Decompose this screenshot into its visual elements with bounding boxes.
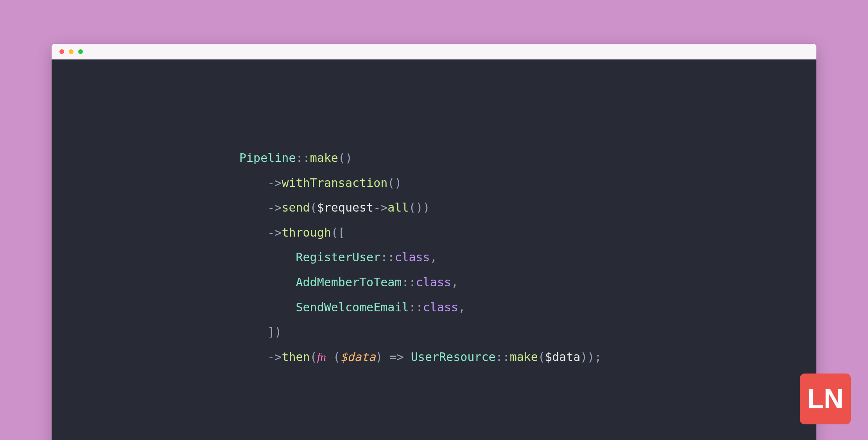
- code-token: ,: [458, 300, 465, 314]
- code-token: RegisterUser: [296, 250, 381, 264]
- code-token: (: [326, 350, 340, 364]
- code-token: =>: [390, 350, 404, 364]
- code-token: (: [538, 350, 545, 364]
- code-token: ->: [373, 201, 387, 214]
- brand-logo: LN: [800, 374, 851, 424]
- code-token: withTransaction: [282, 176, 387, 190]
- code-token: ::: [496, 350, 510, 364]
- code-token: Pipeline: [239, 151, 296, 165]
- code-token: [239, 176, 267, 190]
- code-token: [239, 201, 267, 214]
- window-titlebar: [52, 44, 816, 59]
- code-token: ->: [267, 226, 282, 239]
- code-token: ([: [331, 226, 345, 239]
- code-token: class: [416, 275, 451, 289]
- code-token: [239, 250, 296, 264]
- code-token: (: [310, 350, 317, 364]
- code-token: [239, 300, 296, 314]
- code-token: AddMemberToTeam: [296, 275, 402, 289]
- code-token: (): [338, 151, 352, 165]
- logo-text: LN: [807, 383, 843, 415]
- code-token: make: [510, 350, 538, 364]
- code-token: [239, 275, 296, 289]
- code-token: UserResource: [411, 350, 496, 364]
- code-token: ->: [267, 350, 282, 364]
- code-token: ,: [451, 275, 458, 289]
- code-token: [239, 325, 267, 339]
- code-token: ->: [267, 176, 282, 190]
- code-token: send: [282, 201, 310, 214]
- code-token: ->: [267, 201, 282, 214]
- code-token: ,: [430, 250, 437, 264]
- code-token: make: [310, 151, 338, 165]
- code-token: ): [375, 350, 389, 364]
- code-token: ::: [380, 250, 395, 264]
- code-token: [239, 350, 267, 364]
- code-token: (: [310, 201, 317, 214]
- code-token: fn: [317, 350, 326, 363]
- code-token: ::: [409, 300, 423, 314]
- close-icon[interactable]: [59, 49, 64, 54]
- code-token: [239, 226, 267, 239]
- code-token: ]): [267, 325, 282, 339]
- code-block: Pipeline::make() ->withTransaction() ->s…: [239, 145, 781, 369]
- code-window: Pipeline::make() ->withTransaction() ->s…: [52, 44, 816, 440]
- code-token: through: [282, 226, 331, 239]
- code-token: $data: [545, 350, 580, 364]
- code-token: then: [282, 350, 310, 364]
- code-token: (): [387, 176, 402, 190]
- code-token: ));: [580, 350, 601, 364]
- code-token: SendWelcomeEmail: [296, 300, 409, 314]
- code-token: ::: [296, 151, 310, 165]
- code-token: ::: [402, 275, 416, 289]
- code-token: $data: [340, 350, 375, 364]
- code-token: [404, 350, 411, 364]
- maximize-icon[interactable]: [78, 49, 83, 54]
- code-token: ()): [409, 201, 430, 214]
- code-token: $request: [317, 201, 374, 214]
- code-token: class: [423, 300, 458, 314]
- code-editor: Pipeline::make() ->withTransaction() ->s…: [52, 59, 816, 440]
- code-token: all: [387, 201, 409, 214]
- code-token: class: [395, 250, 430, 264]
- minimize-icon[interactable]: [69, 49, 74, 54]
